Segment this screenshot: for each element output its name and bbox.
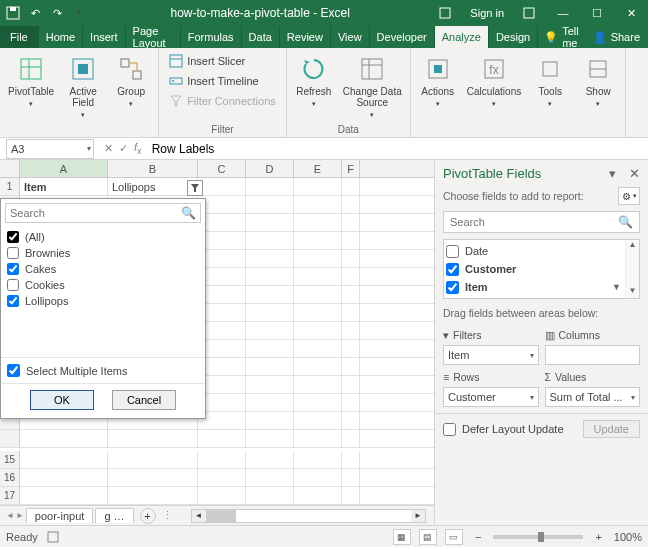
col-head-c[interactable]: C — [198, 160, 246, 177]
filter-search-input[interactable] — [10, 207, 181, 219]
tab-view[interactable]: View — [331, 26, 370, 48]
filter-check[interactable] — [7, 279, 19, 291]
defer-layout-check[interactable] — [443, 423, 456, 436]
worksheet[interactable]: A B C D E F 1 Item Lollipops 🔍 — [0, 160, 434, 525]
tab-analyze[interactable]: Analyze — [435, 26, 489, 48]
cell-b1[interactable]: Lollipops — [108, 178, 198, 196]
save-icon[interactable] — [6, 6, 20, 20]
tab-home[interactable]: Home — [39, 26, 83, 48]
zoom-thumb[interactable] — [538, 532, 544, 542]
tab-review[interactable]: Review — [280, 26, 331, 48]
filter-item[interactable]: Cookies — [7, 277, 199, 293]
minimize-button[interactable]: — — [546, 0, 580, 26]
chevron-down-icon[interactable]: ▾ — [530, 351, 534, 360]
filter-check[interactable] — [7, 295, 19, 307]
values-dropwell[interactable]: Sum of Total ...▾ — [545, 387, 641, 407]
refresh-button[interactable]: Refresh▾ — [293, 52, 335, 111]
name-box-dropdown-icon[interactable]: ▾ — [87, 144, 91, 153]
tab-file[interactable]: File — [0, 26, 39, 48]
select-multiple-items[interactable]: Select Multiple Items — [1, 357, 205, 383]
field-row[interactable]: Item▼ — [446, 278, 637, 296]
filter-item[interactable]: Lollipops — [7, 293, 199, 309]
fx-icon[interactable]: fx — [134, 141, 142, 156]
zoom-level[interactable]: 100% — [614, 531, 642, 543]
field-row[interactable]: Customer — [446, 260, 637, 278]
col-head-f[interactable]: F — [342, 160, 360, 177]
col-head-a[interactable]: A — [20, 160, 108, 177]
filter-check[interactable] — [7, 263, 19, 275]
active-field-button[interactable]: Active Field▾ — [62, 52, 104, 122]
macro-record-icon[interactable] — [46, 530, 60, 544]
tab-page-layout[interactable]: Page Layout — [126, 26, 181, 48]
pane-search[interactable]: 🔍 — [443, 211, 640, 233]
close-button[interactable]: ✕ — [614, 0, 648, 26]
filter-check-all[interactable] — [7, 231, 19, 243]
formula-input[interactable] — [146, 139, 648, 159]
scroll-thumb[interactable] — [206, 510, 236, 522]
tab-developer[interactable]: Developer — [370, 26, 435, 48]
redo-icon[interactable]: ↷ — [50, 6, 64, 20]
tools-button[interactable]: Tools▾ — [529, 52, 571, 111]
field-row[interactable]: Date — [446, 242, 637, 260]
show-button[interactable]: Show▾ — [577, 52, 619, 111]
tab-formulas[interactable]: Formulas — [181, 26, 242, 48]
name-box[interactable]: A3 ▾ — [6, 139, 94, 159]
sheet-tab[interactable]: poor-input — [26, 508, 94, 523]
pane-close-icon[interactable]: ✕ — [629, 166, 640, 181]
page-break-view-button[interactable]: ▭ — [445, 529, 463, 545]
zoom-out-button[interactable]: − — [471, 531, 485, 543]
horizontal-scrollbar[interactable]: ◄ ► — [191, 509, 426, 523]
columns-dropwell[interactable] — [545, 345, 641, 365]
filter-search[interactable]: 🔍 — [5, 203, 201, 223]
filter-item[interactable]: Cakes — [7, 261, 199, 277]
calculations-button[interactable]: fx Calculations▾ — [465, 52, 523, 111]
tell-me[interactable]: 💡Tell me — [538, 26, 585, 48]
scroll-left-icon[interactable]: ◄ — [192, 510, 206, 522]
field-list-scrollbar[interactable]: ▲▼ — [625, 240, 639, 298]
pivottable-button[interactable]: PivotTable▾ — [6, 52, 56, 111]
chevron-down-icon[interactable]: ▾ — [530, 393, 534, 402]
actions-button[interactable]: Actions▾ — [417, 52, 459, 111]
sign-in-link[interactable]: Sign in — [462, 7, 512, 19]
share-button[interactable]: 👤Share — [585, 26, 648, 48]
filter-cancel-button[interactable]: Cancel — [112, 390, 176, 410]
field-check[interactable] — [446, 263, 459, 276]
filter-item[interactable]: Brownies — [7, 245, 199, 261]
field-filter-icon[interactable]: ▼ — [612, 282, 621, 292]
qat-customize-icon[interactable]: ▾ — [72, 6, 86, 20]
insert-timeline-button[interactable]: Insert Timeline — [165, 72, 263, 90]
field-check[interactable] — [446, 245, 459, 258]
pane-options-icon[interactable]: ▾ — [605, 166, 619, 181]
new-sheet-button[interactable]: + — [140, 508, 156, 524]
scroll-right-icon[interactable]: ► — [411, 510, 425, 522]
chevron-down-icon[interactable]: ▾ — [631, 393, 635, 402]
change-data-source-button[interactable]: Change Data Source▾ — [341, 52, 404, 122]
tab-design[interactable]: Design — [489, 26, 538, 48]
page-layout-view-button[interactable]: ▤ — [419, 529, 437, 545]
sheet-nav-next-icon[interactable]: ► — [16, 511, 24, 520]
tab-insert[interactable]: Insert — [83, 26, 126, 48]
zoom-slider[interactable] — [493, 535, 583, 539]
row-head[interactable]: 15 — [0, 451, 20, 468]
undo-icon[interactable]: ↶ — [28, 6, 42, 20]
ribbon-display-icon[interactable] — [512, 0, 546, 26]
pivot-filter-button[interactable] — [187, 180, 203, 196]
pane-layout-button[interactable]: ⚙▾ — [618, 187, 640, 205]
rows-dropwell[interactable]: Customer▾ — [443, 387, 539, 407]
filter-check[interactable] — [7, 247, 19, 259]
filter-item-all[interactable]: (All) — [7, 229, 199, 245]
insert-slicer-button[interactable]: Insert Slicer — [165, 52, 249, 70]
normal-view-button[interactable]: ▦ — [393, 529, 411, 545]
cell-a1[interactable]: Item — [20, 178, 108, 196]
filters-dropwell[interactable]: Item▾ — [443, 345, 539, 365]
col-head-d[interactable]: D — [246, 160, 294, 177]
row-head[interactable]: 17 — [0, 487, 20, 504]
row-head-1[interactable]: 1 — [0, 178, 20, 195]
zoom-in-button[interactable]: + — [591, 531, 605, 543]
tab-data[interactable]: Data — [242, 26, 280, 48]
filter-ok-button[interactable]: OK — [30, 390, 94, 410]
pane-search-input[interactable] — [450, 216, 618, 228]
field-check[interactable] — [446, 281, 459, 294]
group-button[interactable]: Group▾ — [110, 52, 152, 111]
select-multiple-check[interactable] — [7, 364, 20, 377]
